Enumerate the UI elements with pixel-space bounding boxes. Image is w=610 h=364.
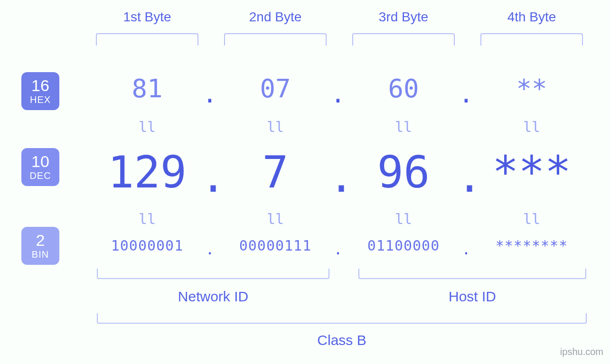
dot-separator: .	[328, 241, 347, 258]
byte-bracket	[224, 33, 327, 46]
dot-separator: .	[200, 241, 219, 258]
host-bracket	[358, 269, 586, 279]
byte-bracket	[352, 33, 455, 46]
dot-separator: .	[457, 80, 476, 108]
byte-column-2: 2nd Byte 07 ll 7 ll 00000111	[214, 0, 337, 285]
dot-separator: .	[328, 152, 347, 202]
ip-grid: 1st Byte 81 ll 129 ll 10000001 2nd Byte …	[85, 0, 589, 285]
dot-separator: .	[457, 152, 476, 202]
byte-bracket	[96, 33, 198, 46]
byte-column-4: 4th Byte ** ll *** ll ********	[470, 0, 593, 285]
base-badge-hex: 16 HEX	[21, 72, 59, 110]
equals-icon: ll	[214, 119, 337, 135]
bin-value: 10000001	[85, 237, 209, 254]
badge-number: 10	[31, 153, 49, 170]
dec-value: 7	[214, 147, 337, 198]
dec-value: ***	[470, 147, 593, 198]
bin-value: ********	[470, 237, 593, 254]
badge-label: DEC	[29, 171, 51, 181]
hex-value: 60	[342, 74, 465, 103]
equals-icon: ll	[470, 119, 593, 135]
network-bracket	[97, 269, 329, 279]
hex-value: **	[470, 74, 593, 103]
hex-value: 81	[85, 74, 209, 103]
host-label: Host ID	[358, 289, 586, 305]
equals-icon: ll	[214, 211, 337, 227]
byte-header: 2nd Byte	[214, 9, 337, 25]
equals-icon: ll	[342, 119, 465, 135]
bin-value: 00000111	[214, 237, 337, 254]
bin-value: 01100000	[342, 237, 465, 254]
class-bracket	[97, 313, 587, 324]
byte-bracket	[480, 33, 583, 46]
class-label: Class B	[97, 332, 587, 348]
byte-column-3: 3rd Byte 60 ll 96 ll 01100000	[342, 0, 465, 285]
dec-value: 129	[85, 147, 209, 198]
byte-header: 4th Byte	[470, 9, 593, 25]
base-badge-bin: 2 BIN	[21, 227, 59, 265]
network-label: Network ID	[97, 289, 329, 305]
badge-label: HEX	[30, 95, 51, 105]
dot-separator: .	[200, 80, 219, 108]
equals-icon: ll	[342, 211, 465, 227]
dot-separator: .	[457, 241, 476, 258]
hex-value: 07	[214, 74, 337, 103]
badge-label: BIN	[32, 250, 49, 260]
byte-header: 1st Byte	[85, 9, 209, 25]
badge-number: 16	[31, 77, 49, 94]
badge-number: 2	[36, 232, 45, 249]
watermark: ipshu.com	[560, 346, 603, 357]
byte-header: 3rd Byte	[342, 9, 465, 25]
equals-icon: ll	[470, 211, 593, 227]
dot-separator: .	[328, 80, 347, 108]
equals-icon: ll	[85, 119, 209, 135]
base-badge-dec: 10 DEC	[21, 148, 59, 186]
dec-value: 96	[342, 147, 465, 198]
equals-icon: ll	[85, 211, 209, 227]
byte-column-1: 1st Byte 81 ll 129 ll 10000001	[85, 0, 209, 285]
dot-separator: .	[200, 152, 219, 202]
